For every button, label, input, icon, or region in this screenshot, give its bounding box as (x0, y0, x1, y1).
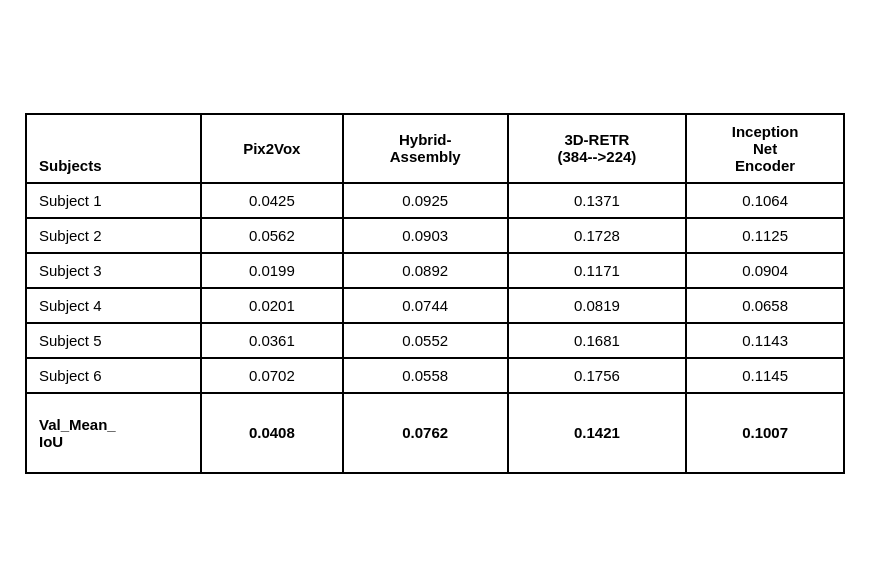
val-mean-pix2vox: 0.0408 (201, 393, 343, 473)
pix2vox-value: 0.0361 (201, 323, 343, 358)
subject-name: Subject 4 (26, 288, 201, 323)
table-row: Subject 1 0.0425 0.0925 0.1371 0.1064 (26, 183, 844, 218)
retr-value: 0.0819 (508, 288, 686, 323)
pix2vox-value: 0.0702 (201, 358, 343, 393)
pix2vox-value: 0.0562 (201, 218, 343, 253)
inception-value: 0.1064 (686, 183, 844, 218)
val-mean-label: Val_Mean_IoU (26, 393, 201, 473)
inception-value: 0.1143 (686, 323, 844, 358)
hybrid-value: 0.0903 (343, 218, 508, 253)
subject-name: Subject 1 (26, 183, 201, 218)
table-row: Subject 2 0.0562 0.0903 0.1728 0.1125 (26, 218, 844, 253)
summary-row: Val_Mean_IoU 0.0408 0.0762 0.1421 0.1007 (26, 393, 844, 473)
subject-name: Subject 3 (26, 253, 201, 288)
inception-value: 0.0658 (686, 288, 844, 323)
subject-name: Subject 2 (26, 218, 201, 253)
subject-name: Subject 5 (26, 323, 201, 358)
hybrid-value: 0.0892 (343, 253, 508, 288)
hybrid-assembly-header: Hybrid-Assembly (343, 114, 508, 183)
pix2vox-value: 0.0425 (201, 183, 343, 218)
retr-header: 3D-RETR(384-->224) (508, 114, 686, 183)
table-row: Subject 4 0.0201 0.0744 0.0819 0.0658 (26, 288, 844, 323)
pix2vox-header: Pix2Vox (201, 114, 343, 183)
hybrid-value: 0.0925 (343, 183, 508, 218)
results-table: Subjects Pix2Vox Hybrid-Assembly 3D-RETR… (25, 113, 845, 474)
pix2vox-value: 0.0199 (201, 253, 343, 288)
hybrid-value: 0.0558 (343, 358, 508, 393)
retr-value: 0.1756 (508, 358, 686, 393)
retr-value: 0.1171 (508, 253, 686, 288)
retr-value: 0.1681 (508, 323, 686, 358)
inception-value: 0.1145 (686, 358, 844, 393)
table-row: Subject 5 0.0361 0.0552 0.1681 0.1143 (26, 323, 844, 358)
val-mean-inception: 0.1007 (686, 393, 844, 473)
table-wrapper: Subjects Pix2Vox Hybrid-Assembly 3D-RETR… (0, 0, 870, 586)
val-mean-retr: 0.1421 (508, 393, 686, 473)
header-row: Subjects Pix2Vox Hybrid-Assembly 3D-RETR… (26, 114, 844, 183)
retr-value: 0.1371 (508, 183, 686, 218)
table-row: Subject 6 0.0702 0.0558 0.1756 0.1145 (26, 358, 844, 393)
inception-header: InceptionNetEncoder (686, 114, 844, 183)
inception-value: 0.0904 (686, 253, 844, 288)
subjects-header: Subjects (26, 114, 201, 183)
val-mean-hybrid: 0.0762 (343, 393, 508, 473)
pix2vox-value: 0.0201 (201, 288, 343, 323)
inception-value: 0.1125 (686, 218, 844, 253)
hybrid-value: 0.0552 (343, 323, 508, 358)
hybrid-value: 0.0744 (343, 288, 508, 323)
subject-name: Subject 6 (26, 358, 201, 393)
retr-value: 0.1728 (508, 218, 686, 253)
table-row: Subject 3 0.0199 0.0892 0.1171 0.0904 (26, 253, 844, 288)
